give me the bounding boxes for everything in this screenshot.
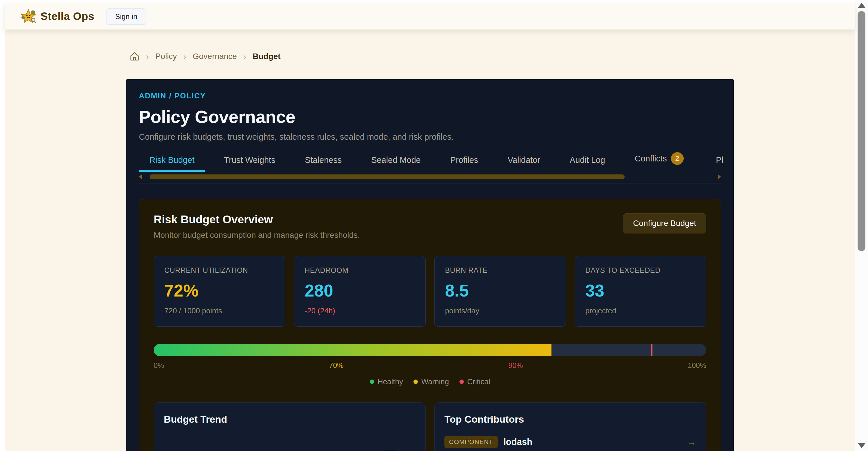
chevron-right-icon: › [146,52,149,61]
page-vertical-scrollbar [855,0,868,451]
top-contributors-panel: Top Contributors COMPONENT lodash → [434,402,706,451]
contributor-row: COMPONENT lodash → 120 pts (12.0%) +0 (2… [444,436,696,451]
tab-validator[interactable]: Validator [497,155,551,172]
chevron-right-icon: › [243,52,247,61]
tab-risk-budget[interactable]: Risk Budget [139,155,205,172]
stat-sub: 720 / 1000 points [164,307,275,315]
budget-trend-title: Budget Trend [164,414,415,425]
tabs-scrollbar-track[interactable] [144,174,716,180]
utilization-progress-bar [154,344,706,356]
tab-sealed-mode[interactable]: Sealed Mode [361,155,431,172]
warning-dot-icon [413,380,418,384]
stat-current-utilization: CURRENT UTILIZATION 72% 720 / 1000 point… [154,256,285,327]
page-title: Policy Governance [139,107,721,127]
type-badge: COMPONENT [444,436,498,448]
stat-headroom: HEADROOM 280 -20 (24h) [294,256,426,327]
top-contributors-title: Top Contributors [444,414,696,425]
tick-70: 70% [329,361,343,370]
contributor-name: lodash [503,437,532,447]
tick-100: 100% [688,361,706,370]
tab-audit-log[interactable]: Audit Log [559,155,616,172]
risk-budget-overview-card: Risk Budget Overview Monitor budget cons… [139,199,721,451]
legend-label: Critical [467,377,490,386]
tab-partial-clipped[interactable]: Pl [716,155,723,172]
stat-value: 8.5 [445,281,555,300]
star-mascot-logo-icon [21,9,36,24]
tab-conflicts-label: Conflicts [634,154,666,163]
sign-in-button[interactable]: Sign in [106,8,146,25]
policy-governance-panel: ADMIN / POLICY Policy Governance Configu… [126,79,734,451]
critical-threshold-marker [651,344,652,356]
legend-critical: Critical [460,377,490,386]
stat-sub: points/day [445,307,555,315]
chevron-right-icon: › [183,52,186,61]
page-subtitle: Configure risk budgets, trust weights, s… [139,132,721,142]
stats-grid: CURRENT UTILIZATION 72% 720 / 1000 point… [154,256,706,327]
legend-label: Warning [421,377,449,386]
stat-value: 72% [164,281,275,300]
legend-warning: Warning [413,377,449,386]
stat-value: 33 [585,281,695,300]
page-scrollbar-thumb[interactable] [858,11,865,251]
tab-staleness[interactable]: Staleness [294,155,352,172]
tabs-horizontal-scrollbar [139,174,721,180]
brand: Stella Ops [21,9,94,24]
legend-label: Healthy [378,377,403,386]
breadcrumb: › Policy › Governance › Budget [126,52,734,61]
stat-value: 280 [305,281,415,300]
tabs-divider [139,183,721,184]
utilization-fill [154,344,552,356]
tick-0: 0% [154,361,164,370]
tick-90: 90% [508,361,523,370]
brand-name: Stella Ops [40,10,94,23]
legend-healthy: Healthy [370,377,403,386]
overview-title: Risk Budget Overview [154,213,360,226]
scroll-up-arrow-icon[interactable] [858,3,866,8]
trend-arrow-icon[interactable]: → [687,437,696,448]
budget-trend-panel: Budget Trend 12/1 12/8 12/15 1 [154,402,426,451]
breadcrumb-budget: Budget [253,52,280,61]
healthy-dot-icon [370,380,374,384]
breadcrumb-governance[interactable]: Governance [193,52,237,61]
tab-bar: Risk Budget Trust Weights Staleness Seal… [139,152,721,172]
stat-burn-rate: BURN RATE 8.5 points/day [434,256,566,327]
tab-profiles[interactable]: Profiles [440,155,489,172]
stat-label: HEADROOM [305,266,415,275]
stat-label: CURRENT UTILIZATION [164,266,275,275]
scroll-right-arrow-icon[interactable] [718,174,721,180]
stat-sub: projected [585,307,695,315]
conflicts-count-badge: 2 [671,152,684,165]
top-bar: Stella Ops Sign in [5,3,855,30]
scroll-left-arrow-icon[interactable] [139,174,142,180]
tab-trust-weights[interactable]: Trust Weights [214,155,286,172]
stat-days-to-exceeded: DAYS TO EXCEEDED 33 projected [575,256,706,327]
tabs-scrollbar-thumb[interactable] [150,174,625,180]
stat-label: DAYS TO EXCEEDED [585,266,695,275]
configure-budget-button[interactable]: Configure Budget [623,213,706,233]
critical-dot-icon [460,380,464,384]
overview-subtitle: Monitor budget consumption and manage ri… [154,231,360,240]
budget-trend-chart [164,450,415,451]
stat-sub: -20 (24h) [305,307,415,315]
app-surface: Stella Ops Sign in › Policy › Governance… [5,3,855,451]
utilization-axis-labels: 0% 70% 90% 100% [154,361,706,370]
scroll-down-arrow-icon[interactable] [858,443,866,448]
section-eyebrow: ADMIN / POLICY [139,91,721,100]
home-icon[interactable] [130,52,140,61]
status-legend: Healthy Warning Critical [154,377,706,386]
stat-label: BURN RATE [445,266,555,275]
breadcrumb-policy[interactable]: Policy [155,52,177,61]
tab-conflicts[interactable]: Conflicts 2 [624,152,694,172]
